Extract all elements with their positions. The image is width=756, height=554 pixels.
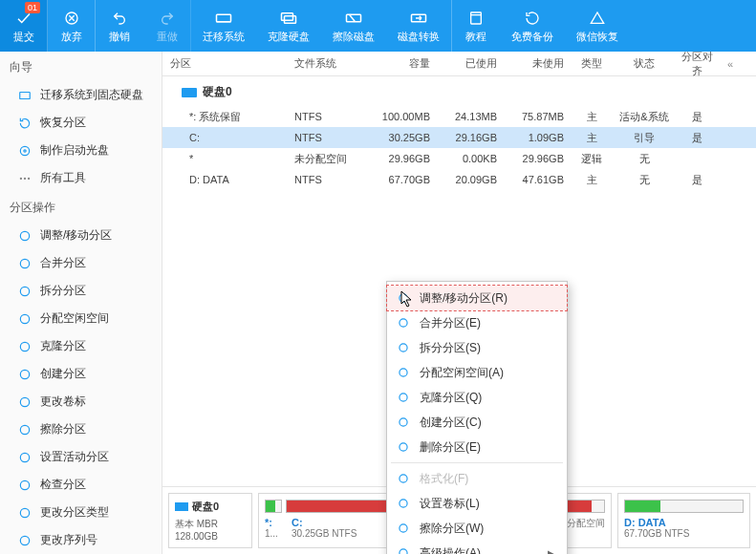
sidebar-nav-item[interactable]: 恢复分区 (0, 109, 162, 137)
svg-point-22 (20, 314, 29, 323)
ops-icon (17, 311, 32, 327)
ops-icon (17, 394, 32, 410)
backup-button[interactable]: 免费备份 (500, 0, 565, 52)
tutorial-button[interactable]: 教程 (452, 0, 500, 52)
disk-header[interactable]: 硬盘0 (162, 76, 756, 106)
context-menu: 调整/移动分区(R)合并分区(E)拆分分区(S)分配空闲空间(A)克隆分区(Q)… (386, 281, 568, 554)
sidebar-group-nav: 向导 (0, 52, 162, 81)
nav-icon (17, 88, 32, 103)
context-menu-item[interactable]: 调整/移动分区(R) (387, 286, 567, 310)
diagram-disk-card[interactable]: 硬盘0 基本 MBR 128.00GB (168, 493, 252, 548)
context-menu-item[interactable]: 删除分区(E) (387, 435, 567, 459)
wechat-button[interactable]: 微信恢复 (565, 0, 630, 52)
drive-icon (215, 9, 232, 28)
convert-button[interactable]: 磁盘转换 (386, 0, 452, 52)
wipe-button[interactable]: 擦除磁盘 (321, 0, 386, 52)
sidebar-ops-item[interactable]: 擦除分区 (0, 416, 162, 443)
context-menu-label: 分配空闲空间(A) (420, 365, 504, 381)
sidebar-ops-item[interactable]: 创建分区 (0, 360, 162, 388)
disk-label: 硬盘0 (203, 84, 232, 100)
sidebar-item-label: 制作启动光盘 (40, 142, 109, 159)
sidebar-nav-item[interactable]: 制作启动光盘 (0, 137, 162, 164)
svg-point-27 (20, 453, 29, 461)
svg-point-17 (24, 178, 25, 179)
col-capacity[interactable]: 容量 (367, 56, 434, 71)
submit-badge: 01 (25, 2, 40, 13)
sidebar-item-label: 克隆分区 (40, 338, 86, 354)
undo-button[interactable]: 撤销 (96, 0, 143, 52)
discard-button[interactable]: 放弃 (48, 0, 96, 52)
sidebar-item-label: 更改分区类型 (40, 504, 109, 521)
ops-icon (17, 284, 32, 299)
sidebar-ops-item[interactable]: 合并分区 (0, 249, 162, 277)
grid-header: 分区 文件系统 容量 已使用 未使用 类型 状态 分区对齐 « (162, 52, 756, 76)
sidebar-ops-item[interactable]: 拆分分区 (0, 277, 162, 305)
col-free[interactable]: 未使用 (501, 56, 568, 71)
columns-more[interactable]: « (721, 58, 740, 70)
redo-icon (160, 9, 175, 28)
svg-point-38 (400, 418, 407, 426)
ops-icon (17, 339, 32, 354)
sidebar-ops-item[interactable]: 分配空闲空间 (0, 305, 162, 332)
col-partition[interactable]: 分区 (166, 56, 291, 71)
diagram-partition-c[interactable]: C: 30.25GB NTFS (292, 517, 356, 539)
sidebar-ops-item[interactable]: 调整/移动分区 (0, 222, 162, 249)
ops-icon (17, 450, 32, 465)
sidebar-ops-item[interactable]: 更改卷标 (0, 388, 162, 416)
sidebar-item-label: 合并分区 (40, 255, 86, 271)
menu-item-icon (395, 520, 412, 537)
undo-icon (112, 9, 127, 28)
redo-button[interactable]: 重做 (143, 0, 191, 52)
sidebar-ops-item[interactable]: 克隆分区 (0, 332, 162, 360)
svg-point-26 (20, 425, 29, 434)
nav-icon (17, 143, 32, 159)
svg-point-35 (400, 344, 407, 352)
col-type[interactable]: 类型 (568, 56, 616, 71)
sidebar-ops-item[interactable]: 更改分区类型 (0, 499, 162, 526)
svg-point-21 (20, 287, 29, 295)
sidebar-ops-item[interactable]: 更改序列号 (0, 526, 162, 554)
context-menu-separator (391, 462, 563, 463)
sidebar-nav-item[interactable]: 所有工具 (0, 164, 162, 192)
context-menu-item[interactable]: 高级操作(A)▶ (387, 541, 567, 554)
context-menu-label: 调整/移动分区(R) (420, 290, 508, 307)
col-used[interactable]: 已使用 (434, 56, 501, 71)
table-row[interactable]: *: 系统保留NTFS100.00MB24.13MB75.87MB主活动&系统是 (162, 106, 756, 127)
sidebar-item-label: 调整/移动分区 (40, 227, 112, 244)
table-row[interactable]: D: DATANTFS67.70GB20.09GB47.61GB主无是 (162, 169, 756, 190)
context-menu-label: 克隆分区(Q) (420, 390, 482, 406)
diagram-partition-d[interactable]: D: DATA 67.70GB NTFS (617, 493, 750, 548)
context-menu-label: 合并分区(E) (420, 315, 481, 331)
context-menu-item[interactable]: 分配空闲空间(A) (387, 360, 567, 385)
nav-icon (17, 116, 32, 131)
diagram-unallocated[interactable]: 分配空间 (567, 517, 605, 539)
svg-marker-12 (591, 12, 603, 23)
table-row[interactable]: C:NTFS30.25GB29.16GB1.09GB主引导是 (162, 127, 756, 148)
context-menu-item[interactable]: 创建分区(C) (387, 410, 567, 435)
col-align[interactable]: 分区对齐 (673, 52, 721, 78)
migrate-button[interactable]: 迁移系统 (191, 0, 256, 52)
col-status[interactable]: 状态 (616, 56, 673, 71)
context-menu-item[interactable]: 合并分区(E) (387, 310, 567, 335)
context-menu-item[interactable]: 设置卷标(L) (387, 491, 567, 516)
svg-point-16 (20, 178, 21, 179)
context-menu-item[interactable]: 克隆分区(Q) (387, 385, 567, 410)
menu-item-icon (395, 289, 412, 307)
sidebar-item-label: 更改序列号 (40, 532, 97, 548)
svg-point-20 (20, 259, 29, 267)
submit-button[interactable]: 01 提交 (0, 0, 48, 52)
clone-button[interactable]: 克隆硬盘 (256, 0, 321, 52)
context-menu-item[interactable]: 拆分分区(S) (387, 335, 567, 360)
sidebar-nav-item[interactable]: 迁移系统到固态硬盘 (0, 81, 162, 109)
svg-point-39 (400, 443, 407, 451)
table-row[interactable]: *未分配空间29.96GB0.00KB29.96GB逻辑无 (162, 148, 756, 169)
drive-icon (345, 9, 362, 28)
context-menu-item[interactable]: 擦除分区(W) (387, 516, 567, 541)
col-fs[interactable]: 文件系统 (291, 56, 367, 71)
sidebar-ops-item[interactable]: 检查分区 (0, 471, 162, 499)
sidebar-ops-item[interactable]: 设置活动分区 (0, 443, 162, 471)
svg-point-19 (20, 231, 29, 240)
close-icon (64, 9, 79, 28)
ops-icon (17, 256, 32, 271)
menu-item-icon (395, 470, 412, 487)
